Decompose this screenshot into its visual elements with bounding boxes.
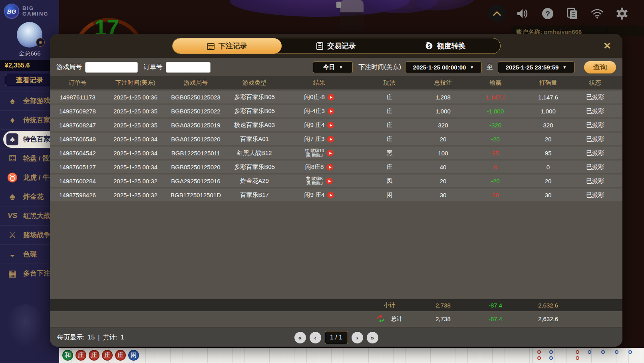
cell-bet-time: 2025-1-25 00:34 (105, 136, 166, 143)
table-row: 14987605127 2025-1-25 00:34 BGB052501250… (50, 161, 622, 173)
wifi-icon[interactable] (590, 6, 605, 21)
cell-play-type: 庄 (355, 107, 424, 115)
cell-win-loss: 30 (462, 192, 529, 198)
cell-round-no: BGA03250125019 (166, 122, 226, 129)
replay-play-icon[interactable]: ▶ (327, 192, 334, 198)
round-number-input[interactable] (85, 62, 138, 73)
cell-play-type: 闲 (355, 191, 424, 199)
settings-gear-icon[interactable] (614, 6, 630, 21)
cell-order-no: 14987600284 (50, 178, 105, 184)
cell-game-type: 多彩百家乐B05 (226, 93, 283, 101)
start-datetime-select[interactable]: 2025-1-25 00:00:00▼ (405, 61, 482, 73)
result-line1: 闲7 庄3 (304, 136, 325, 142)
cell-game-type: 炸金花A29 (226, 177, 283, 185)
result-line1: 闲9 庄4 (304, 122, 325, 128)
cell-status: 已派彩 (568, 93, 622, 101)
total-winloss: -87.4 (462, 315, 529, 322)
replay-play-icon[interactable]: ▶ (328, 108, 334, 115)
replay-play-icon[interactable]: ▶ (326, 164, 333, 171)
swords-icon: ⚔ (6, 230, 18, 240)
close-icon[interactable]: ✕ (600, 39, 614, 53)
view-records-button[interactable]: 查看记录 (5, 74, 54, 86)
result-line2: 黑 散牌J (305, 153, 324, 158)
cell-bet-time: 2025-1-25 00:32 (105, 192, 166, 198)
replay-play-icon[interactable]: ▶ (328, 94, 334, 101)
tab-credit-transfer[interactable]: $ 额度转换 (391, 38, 500, 54)
separator: | (98, 334, 99, 341)
pagination-bar: 每页显示: 15 | 共计: 1 « ‹ 1 / 1 › » (50, 327, 622, 347)
cell-turnover: 0 (529, 164, 568, 171)
bead-road-strip: 和庄庄庄庄闲 (59, 348, 644, 363)
replay-play-icon[interactable]: ▶ (327, 136, 334, 143)
cell-total-bet: 40 (424, 164, 462, 171)
last-page-button[interactable]: » (367, 332, 378, 343)
cell-order-no: 14987609278 (50, 108, 105, 115)
small-road (532, 348, 644, 363)
bead-banker: 庄 (115, 350, 126, 361)
first-page-button[interactable]: « (294, 332, 306, 343)
cell-play-type: 庄 (355, 121, 424, 129)
feature-cards-icon: ♠ (6, 133, 18, 145)
copy-icon[interactable] (565, 6, 580, 21)
result-line1: 闲8庄8 (305, 164, 324, 170)
total-label: 总计 (391, 315, 403, 323)
subtotal-winloss: -87.4 (462, 302, 529, 309)
col-game-type: 游戏类型 (226, 79, 283, 87)
cell-result: 闲-4庄3 ▶ (283, 108, 355, 115)
balance-value: ¥2,355.6 (5, 62, 30, 69)
pager: « ‹ 1 / 1 › » (294, 331, 378, 344)
chip-icon: ♠ (6, 96, 18, 106)
per-page-value: 15 (87, 334, 95, 341)
brand-name-line2: GAMING (22, 11, 48, 17)
small-road-dot (576, 350, 579, 354)
chevron-down-icon: ▼ (563, 65, 566, 69)
order-number-input[interactable] (166, 62, 211, 73)
cell-win-loss: -320 (462, 122, 529, 129)
toolbar: ? (488, 5, 630, 22)
cell-game-type: 红黑大战B12 (226, 149, 283, 157)
chevron-up-icon[interactable] (488, 5, 506, 22)
avatar-menu-icon[interactable]: ≡ (36, 38, 45, 47)
col-result: 结果 (283, 79, 355, 87)
cell-status: 已派彩 (568, 191, 622, 199)
total-count-value: 1 (121, 334, 124, 341)
cell-result: 龙 散牌K 凤 散牌J ▶ (283, 176, 355, 186)
cell-turnover: 1,000 (529, 108, 568, 115)
coin-transfer-icon: $ (425, 42, 433, 50)
end-datetime-select[interactable]: 2025-1-25 23:59:59▼ (498, 61, 574, 73)
total-row: 总计 2,738 -87.4 2,632.6 (50, 312, 622, 325)
bead-tie: 和 (62, 350, 73, 361)
brand-logo: BG BIG GAMING (0, 0, 59, 19)
cell-status: 已派彩 (568, 107, 622, 115)
cell-total-bet: 20 (424, 136, 462, 143)
total-count-label: 共计: (103, 333, 117, 342)
tab-bet-records[interactable]: 下注记录 (173, 38, 282, 54)
chevron-down-icon: ▼ (339, 65, 343, 69)
volume-icon[interactable] (515, 6, 531, 21)
cell-play-type: 凤 (355, 177, 424, 185)
subtotal-bet: 2,738 (424, 302, 462, 309)
replay-play-icon[interactable]: ▶ (327, 122, 334, 129)
tab-transaction-records[interactable]: 交易记录 (282, 38, 391, 54)
replay-play-icon[interactable]: ▶ (326, 178, 333, 184)
cell-round-no: BGB05250125020 (166, 164, 226, 171)
date-range-select[interactable]: 今日▼ (313, 61, 353, 73)
page-indicator: 1 / 1 (325, 331, 348, 344)
table-row: 14987604542 2025-1-25 00:34 BGB122501250… (50, 147, 622, 159)
refresh-swap-icon[interactable] (376, 315, 385, 322)
replay-play-icon[interactable]: ▶ (327, 150, 334, 157)
search-button[interactable]: 查询 (584, 61, 616, 73)
cell-win-loss: 1,147.6 (462, 94, 529, 101)
small-road-dot (601, 350, 605, 354)
help-icon[interactable]: ? (540, 6, 555, 21)
bull-icon: ♉ (6, 173, 18, 183)
cell-win-loss: -20 (462, 178, 529, 184)
prev-page-button[interactable]: ‹ (310, 332, 321, 343)
cell-play-type: 庄 (355, 93, 424, 101)
cell-turnover: 1,147.6 (529, 94, 568, 101)
cell-result: 闲0庄-8 ▶ (283, 94, 355, 101)
next-page-button[interactable]: › (352, 332, 363, 343)
table-row: 14987608247 2025-1-25 00:35 BGA032501250… (50, 119, 622, 131)
cell-bet-time: 2025-1-25 00:35 (105, 108, 166, 115)
small-road-dot (537, 350, 541, 354)
